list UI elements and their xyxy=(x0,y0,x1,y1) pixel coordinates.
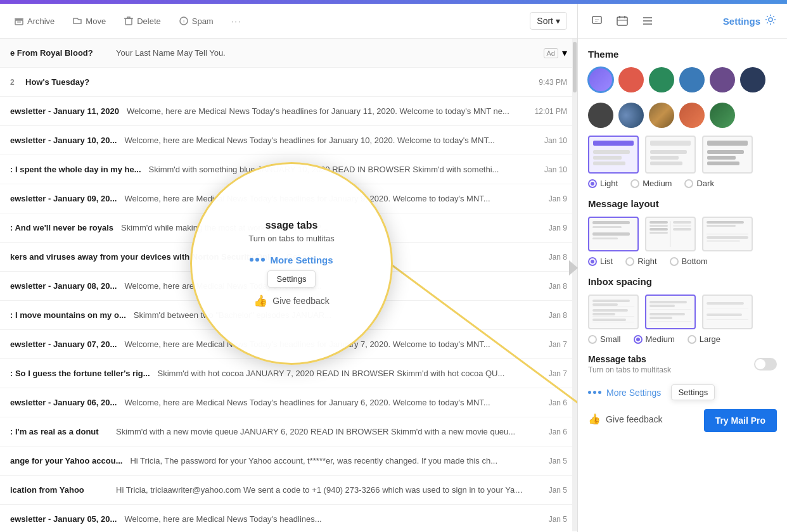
move-button[interactable]: Move xyxy=(68,13,110,28)
spacing-radio-large[interactable]: Large xyxy=(688,334,720,344)
layout-thumb-medium[interactable] xyxy=(645,136,696,174)
layout-right-label: Right xyxy=(637,256,656,266)
email-time: Jan 7 xyxy=(532,369,567,378)
color-circle-green[interactable] xyxy=(649,67,674,92)
svg-rect-11 xyxy=(617,17,627,25)
email-row[interactable]: 2 How's Tuesday? 9:43 PM xyxy=(0,68,577,97)
person-icon-button[interactable] xyxy=(588,12,606,30)
try-mail-pro-button[interactable]: Try Mail Pro xyxy=(704,409,777,432)
email-row[interactable]: ewsletter - January 05, 20... Welcome, h… xyxy=(0,505,577,532)
panel-arrow[interactable] xyxy=(569,260,578,276)
email-row[interactable]: e From Royal Blood? Your Last Name May T… xyxy=(0,39,577,68)
email-row[interactable]: ewsletter - January 11, 2020 Welcome, he… xyxy=(0,97,577,126)
message-tabs-label: Message tabs xyxy=(588,354,671,364)
density-radio-dark[interactable]: Dark xyxy=(684,179,713,188)
scroll-indicator[interactable] xyxy=(572,39,577,531)
color-circle-purple[interactable] xyxy=(588,67,613,92)
email-time: Jan 10 xyxy=(532,165,567,174)
radio-circle-light xyxy=(588,179,597,188)
theme-image-photo4[interactable] xyxy=(710,103,735,128)
theme-image-photo3[interactable] xyxy=(679,103,705,128)
theme-colors xyxy=(588,67,777,92)
email-subject: Hi Tricia, The password for your Yahoo a… xyxy=(130,456,525,466)
spacing-large-label: Large xyxy=(700,334,720,344)
archive-icon xyxy=(14,16,24,26)
email-row[interactable]: : I spent the whole day in my he... Skim… xyxy=(0,155,577,184)
spacing-thumb-small[interactable] xyxy=(588,294,639,329)
radio-circle-medium xyxy=(630,179,639,188)
more-button[interactable]: ··· xyxy=(227,14,246,28)
message-tabs-toggle[interactable] xyxy=(754,358,777,370)
color-circle-dark-purple[interactable] xyxy=(710,67,735,92)
bottom-row: 👍 Give feedback Try Mail Pro xyxy=(588,408,777,433)
email-sender: : And we'll never be royals xyxy=(10,223,113,232)
layout-bottom-label: Bottom xyxy=(682,256,708,266)
email-subject: Welcome, here are Medical News Today's h… xyxy=(124,194,525,203)
spacing-radio-small[interactable]: Small xyxy=(588,334,621,344)
list-icon-button[interactable] xyxy=(639,12,656,30)
theme-image-dark-gray[interactable] xyxy=(588,103,613,128)
sort-chevron-icon: ▾ xyxy=(556,16,560,26)
theme-image-photo1[interactable] xyxy=(618,103,644,128)
calendar-icon-button[interactable] xyxy=(613,12,631,30)
email-sender: 2 xyxy=(10,78,23,87)
email-time: Jan 6 xyxy=(532,398,567,407)
spacing-thumb-large[interactable] xyxy=(702,294,753,329)
toolbar: Archive Move Delete ! Spam ··· xyxy=(0,4,577,39)
email-row[interactable]: : I move mountains on my o... Skimm'd be… xyxy=(0,301,577,330)
theme-section-title: Theme xyxy=(588,49,777,60)
color-circle-blue[interactable] xyxy=(679,67,705,92)
email-time: 9:43 PM xyxy=(532,78,567,87)
sort-button[interactable]: Sort ▾ xyxy=(530,12,567,30)
svg-rect-3 xyxy=(125,18,132,25)
theme-image-photo2[interactable] xyxy=(649,103,674,128)
spacing-options xyxy=(588,294,777,329)
email-row[interactable]: ication from Yahoo Hi Tricia, triciaawri… xyxy=(0,476,577,505)
settings-tooltip[interactable]: Settings xyxy=(671,384,715,400)
email-sender: kers and viruses away from your devices … xyxy=(10,252,279,262)
msg-layout-thumb-list[interactable] xyxy=(588,217,639,251)
settings-gear-button[interactable] xyxy=(764,13,777,28)
archive-button[interactable]: Archive xyxy=(10,13,58,28)
email-row[interactable]: ange for your Yahoo accou... Hi Tricia, … xyxy=(0,446,577,476)
msg-layout-thumb-right[interactable] xyxy=(645,217,696,251)
give-feedback-row[interactable]: 👍 Give feedback xyxy=(588,408,663,433)
spacing-small-label: Small xyxy=(600,334,621,344)
delete-button[interactable]: Delete xyxy=(120,13,165,28)
email-row[interactable]: : I'm as real as a donut Skimm'd with a … xyxy=(0,417,577,446)
more-settings-row[interactable]: More Settings Settings xyxy=(588,379,777,405)
email-row[interactable]: ewsletter - January 10, 20... Welcome, h… xyxy=(0,126,577,155)
layout-radio-bottom[interactable]: Bottom xyxy=(670,256,708,266)
spam-button[interactable]: ! Spam xyxy=(175,13,217,28)
layout-thumb-dark[interactable] xyxy=(702,136,753,174)
settings-header: Settings xyxy=(578,4,787,39)
spacing-radio-group: Small Medium Large xyxy=(588,334,777,344)
more-label: ··· xyxy=(231,16,242,26)
email-row[interactable]: ewsletter - January 08, 20... Welcome, h… xyxy=(0,272,577,301)
email-sender: ewsletter - January 10, 20... xyxy=(10,136,117,145)
density-radio-light[interactable]: Light xyxy=(588,179,618,188)
spacing-thumb-medium[interactable] xyxy=(645,294,696,329)
settings-panel: Settings Theme xyxy=(578,4,787,532)
msg-layout-thumb-bottom[interactable] xyxy=(702,217,753,251)
email-subject: Welcome, here are Medical News Today's h… xyxy=(124,136,525,145)
email-row[interactable]: kers and viruses away from your devices … xyxy=(0,243,577,272)
email-row[interactable]: ewsletter - January 06, 20... Welcome, h… xyxy=(0,388,577,417)
color-circle-dark-navy[interactable] xyxy=(740,67,765,92)
density-radio-medium[interactable]: Medium xyxy=(630,179,672,188)
radio-circle-list xyxy=(588,257,597,266)
email-row[interactable]: : So I guess the fortune teller's rig...… xyxy=(0,359,577,388)
inbox-spacing-section-title: Inbox spacing xyxy=(588,276,777,287)
color-circle-red[interactable] xyxy=(618,67,644,92)
email-row[interactable]: : And we'll never be royals Skimm'd whil… xyxy=(0,213,577,243)
email-subject: Skimm'd while making the most at work JA… xyxy=(121,223,525,232)
layout-radio-list[interactable]: List xyxy=(588,256,613,266)
layout-thumb-light[interactable] xyxy=(588,136,639,174)
spacing-radio-medium[interactable]: Medium xyxy=(634,334,675,344)
email-row[interactable]: ewsletter - January 09, 20... Welcome, h… xyxy=(0,184,577,213)
email-row[interactable]: ewsletter - January 07, 20... Welcome, h… xyxy=(0,330,577,359)
svg-rect-0 xyxy=(15,18,23,20)
layout-radio-right[interactable]: Right xyxy=(625,256,656,266)
radio-circle-dark xyxy=(684,179,693,188)
email-subject: Get aw... xyxy=(286,252,525,262)
